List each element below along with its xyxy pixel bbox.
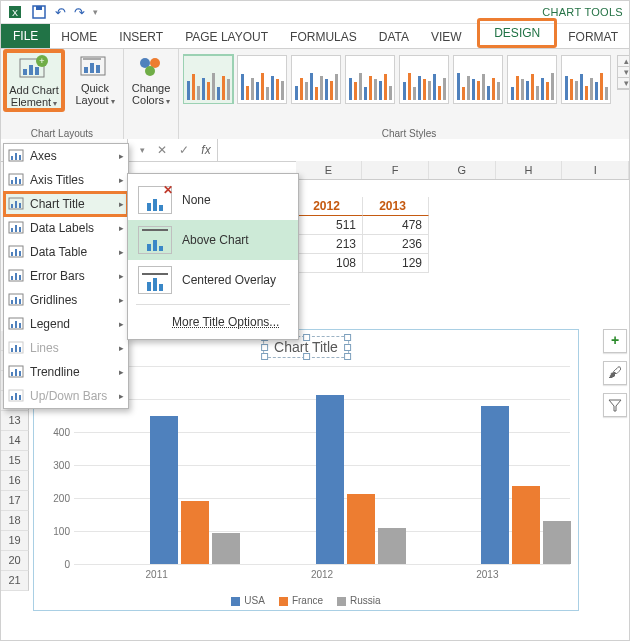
chart-plot-area[interactable] [74, 366, 570, 564]
legend-item[interactable]: France [279, 595, 323, 606]
tab-insert[interactable]: INSERT [108, 25, 174, 48]
insert-function-icon[interactable]: fx [195, 143, 217, 157]
axis-titles-icon [8, 172, 26, 188]
menu-item-data-table[interactable]: Data Table▸ [4, 240, 128, 264]
chart-elements-button[interactable]: + [603, 329, 627, 353]
resize-handle[interactable] [303, 353, 310, 360]
chart-style-thumb[interactable] [345, 55, 395, 104]
customize-qat-icon[interactable]: ▾ [93, 7, 98, 17]
tab-design[interactable]: DESIGN [488, 23, 546, 43]
bar-usa[interactable] [316, 395, 344, 564]
bar-group[interactable] [316, 395, 406, 564]
menu-item-legend[interactable]: Legend▸ [4, 312, 128, 336]
svg-rect-60 [11, 396, 13, 400]
chart-legend[interactable]: USAFranceRussia [34, 595, 578, 606]
resize-handle[interactable] [261, 353, 268, 360]
undo-icon[interactable]: ↶ [55, 5, 66, 20]
cell[interactable]: 129 [363, 254, 429, 273]
chart-styles-scroll[interactable]: ▴▾▾ [617, 55, 630, 90]
tab-file[interactable]: FILE [1, 24, 50, 48]
legend-item[interactable]: Russia [337, 595, 381, 606]
chart-style-thumb[interactable] [399, 55, 449, 104]
tab-page-layout[interactable]: PAGE LAYOUT [174, 25, 279, 48]
cancel-formula-icon[interactable]: ✕ [151, 143, 173, 157]
chart-style-thumb[interactable] [507, 55, 557, 104]
resize-handle[interactable] [303, 334, 310, 341]
bar-russia[interactable] [543, 521, 571, 564]
bar-russia[interactable] [212, 533, 240, 564]
column-header[interactable]: H [496, 161, 563, 179]
redo-icon[interactable]: ↷ [74, 5, 85, 20]
row-header[interactable]: 16 [1, 471, 29, 491]
column-header[interactable]: I [562, 161, 629, 179]
chart-filters-button[interactable] [603, 393, 627, 417]
chart-style-thumb[interactable] [237, 55, 287, 104]
formula-input[interactable] [217, 139, 629, 161]
enter-formula-icon[interactable]: ✓ [173, 143, 195, 157]
tab-home[interactable]: HOME [50, 25, 108, 48]
chart-title-above-chart[interactable]: Above Chart [128, 220, 298, 260]
row-header[interactable]: 13 [1, 411, 29, 431]
column-header[interactable]: F [362, 161, 429, 179]
menu-item-gridlines[interactable]: Gridlines▸ [4, 288, 128, 312]
menu-label: Axes [30, 149, 115, 163]
bar-group[interactable] [150, 416, 240, 565]
svg-rect-29 [15, 201, 17, 208]
tab-format[interactable]: FORMAT [557, 25, 629, 48]
chart-styles-button[interactable]: 🖌 [603, 361, 627, 385]
tab-formulas[interactable]: FORMULAS [279, 25, 368, 48]
resize-handle[interactable] [344, 334, 351, 341]
cell-header[interactable]: 2012 [297, 197, 363, 216]
namebox-dropdown-icon[interactable]: ▾ [134, 145, 151, 155]
cell[interactable]: 511 [297, 216, 363, 235]
svg-rect-14 [83, 58, 101, 60]
menu-item-error-bars[interactable]: Error Bars▸ [4, 264, 128, 288]
menu-item-axis-titles[interactable]: Axis Titles▸ [4, 168, 128, 192]
save-icon[interactable] [31, 4, 47, 20]
bar-usa[interactable] [481, 406, 509, 564]
menu-item-chart-title[interactable]: Chart Title▸ [4, 192, 128, 216]
change-colors-button[interactable]: Change Colors▾ [128, 51, 174, 106]
row-header[interactable]: 17 [1, 491, 29, 511]
row-header[interactable]: 18 [1, 511, 29, 531]
column-header[interactable]: G [429, 161, 496, 179]
chart-title-more-options[interactable]: More Title Options... [128, 309, 298, 333]
cell-header[interactable]: 2013 [363, 197, 429, 216]
data-labels-icon [8, 220, 26, 236]
chart-style-thumb[interactable] [183, 55, 233, 104]
menu-item-trendline[interactable]: Trendline▸ [4, 360, 128, 384]
cell[interactable]: 236 [363, 235, 429, 254]
group-change-colors: Change Colors▾ [124, 49, 179, 141]
svg-rect-25 [15, 177, 17, 184]
menu-item-axes[interactable]: Axes▸ [4, 144, 128, 168]
cell[interactable]: 213 [297, 235, 363, 254]
bar-france[interactable] [347, 494, 375, 564]
tab-data[interactable]: DATA [368, 25, 420, 48]
quick-layout-button[interactable]: Quick Layout▾ [71, 51, 119, 106]
bar-france[interactable] [512, 486, 540, 564]
bar-group[interactable] [481, 406, 571, 564]
menu-item-data-labels[interactable]: Data Labels▸ [4, 216, 128, 240]
row-header[interactable]: 15 [1, 451, 29, 471]
legend-item[interactable]: USA [231, 595, 265, 606]
chart-title-centered-overlay[interactable]: Centered Overlay [128, 260, 298, 300]
chart-style-thumb[interactable] [291, 55, 341, 104]
bar-usa[interactable] [150, 416, 178, 565]
chart-style-thumb[interactable] [453, 55, 503, 104]
row-header[interactable]: 20 [1, 551, 29, 571]
resize-handle[interactable] [261, 344, 268, 351]
column-header[interactable]: E [296, 161, 363, 179]
row-header[interactable]: 19 [1, 531, 29, 551]
cell[interactable]: 478 [363, 216, 429, 235]
row-header[interactable]: 14 [1, 431, 29, 451]
chart-style-thumb[interactable] [561, 55, 611, 104]
resize-handle[interactable] [344, 353, 351, 360]
bar-russia[interactable] [378, 528, 406, 564]
row-header[interactable]: 21 [1, 571, 29, 591]
resize-handle[interactable] [344, 344, 351, 351]
chart-title-none[interactable]: ✕ None [128, 180, 298, 220]
add-chart-element-button[interactable]: + Add Chart Element▾ [7, 53, 61, 108]
cell[interactable]: 108 [297, 254, 363, 273]
tab-view[interactable]: VIEW [420, 25, 473, 48]
bar-france[interactable] [181, 501, 209, 564]
